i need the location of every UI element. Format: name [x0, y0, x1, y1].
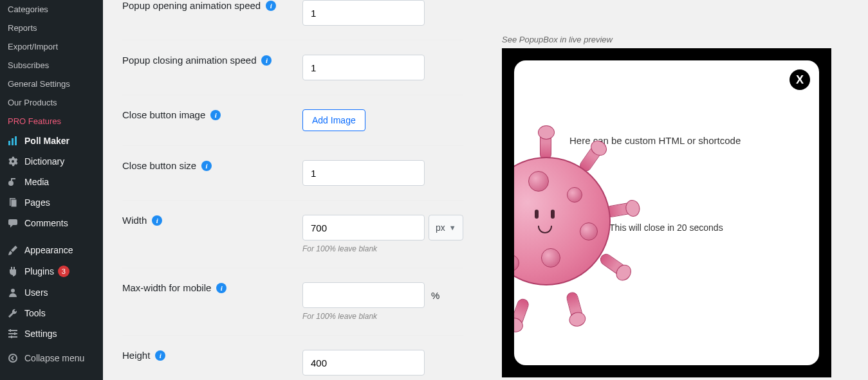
gear-icon — [6, 156, 19, 167]
background-wave-shape — [613, 159, 819, 365]
page-icon — [6, 197, 19, 208]
info-icon[interactable]: i — [210, 110, 221, 120]
maxwidth-input[interactable] — [302, 282, 425, 308]
maxwidth-help-text: For 100% leave blank — [302, 312, 463, 321]
sidebar-item-tools[interactable]: Tools — [0, 303, 103, 323]
media-icon — [6, 177, 19, 187]
svg-point-14 — [9, 354, 17, 362]
svg-rect-2 — [15, 136, 17, 145]
sidebar-item-media[interactable]: Media — [0, 172, 103, 192]
height-input[interactable] — [302, 350, 425, 375]
svg-point-3 — [8, 181, 14, 186]
open-speed-input[interactable] — [302, 0, 425, 26]
sidebar-item-general-settings[interactable]: General Settings — [0, 75, 103, 93]
sidebar-item-label: Dictionary — [24, 156, 64, 167]
open-speed-label: Popup opening animation speed — [122, 0, 261, 11]
maxwidth-label: Max-width for mobile — [122, 282, 211, 293]
sidebar-item-label: Poll Maker — [24, 136, 69, 146]
svg-rect-10 — [8, 336, 17, 338]
plugins-update-badge: 3 — [58, 266, 69, 277]
info-icon[interactable]: i — [216, 283, 226, 293]
svg-rect-5 — [11, 199, 17, 207]
info-icon[interactable]: i — [152, 215, 162, 226]
sliders-icon — [6, 329, 19, 339]
width-input[interactable] — [302, 215, 425, 240]
maxwidth-unit-label: % — [431, 290, 439, 301]
svg-rect-6 — [8, 219, 17, 225]
sidebar-item-label: Plugins — [24, 266, 54, 276]
sidebar-item-comments[interactable]: Comments — [0, 213, 103, 233]
width-unit-select[interactable]: px ▼ — [429, 215, 463, 240]
admin-sidebar: Categories Reports Export/Import Subscri… — [0, 0, 103, 380]
sidebar-item-label: Settings — [24, 329, 57, 339]
collapse-menu-button[interactable]: Collapse menu — [0, 348, 103, 368]
comment-icon — [6, 218, 19, 228]
sidebar-item-label: Comments — [24, 218, 68, 228]
sidebar-item-pages[interactable]: Pages — [0, 192, 103, 213]
svg-rect-13 — [11, 336, 12, 338]
close-image-label: Close button image — [122, 109, 205, 120]
sidebar-item-reports[interactable]: Reports — [0, 19, 103, 37]
popup-close-button[interactable]: X — [790, 69, 810, 90]
chevron-down-icon: ▼ — [449, 224, 456, 231]
sidebar-item-poll-maker[interactable]: Poll Maker — [0, 131, 103, 151]
collapse-menu-label: Collapse menu — [24, 353, 84, 363]
sidebar-item-export-import[interactable]: Export/Import — [0, 37, 103, 56]
info-icon[interactable]: i — [201, 161, 212, 171]
sidebar-submenu: Categories Reports Export/Import Subscri… — [0, 0, 103, 131]
info-icon[interactable]: i — [266, 1, 276, 11]
sidebar-item-settings[interactable]: Settings — [0, 323, 103, 344]
svg-rect-1 — [12, 138, 14, 145]
svg-rect-11 — [10, 329, 11, 332]
add-image-button[interactable]: Add Image — [302, 109, 365, 131]
close-speed-label: Popup closing animation speed — [122, 55, 256, 66]
popup-preview-backdrop: X Here can be custom HTML or shortcode T… — [502, 48, 831, 377]
sidebar-item-users[interactable]: Users — [0, 282, 103, 303]
info-icon[interactable]: i — [261, 55, 272, 66]
svg-rect-9 — [8, 333, 17, 334]
close-speed-input[interactable] — [302, 55, 425, 80]
svg-point-7 — [11, 289, 15, 293]
close-size-input[interactable] — [302, 160, 425, 186]
virus-illustration — [514, 118, 643, 324]
sidebar-item-label: Users — [24, 287, 48, 298]
settings-panel: Popup opening animation speed i Popup cl… — [103, 0, 483, 380]
info-icon[interactable]: i — [155, 350, 165, 361]
preview-caption: See PopupBox in live preview — [502, 35, 849, 44]
svg-rect-12 — [14, 332, 15, 335]
chart-bar-icon — [6, 136, 19, 146]
width-label: Width — [122, 215, 147, 226]
sidebar-item-subscribes[interactable]: Subscribes — [0, 56, 103, 75]
close-size-label: Close button size — [122, 160, 196, 171]
sidebar-item-appearance[interactable]: Appearance — [0, 240, 103, 260]
height-label: Height — [122, 350, 150, 361]
sidebar-item-label: Tools — [24, 308, 46, 318]
sidebar-item-label: Media — [24, 177, 49, 187]
collapse-icon — [6, 353, 19, 363]
brush-icon — [6, 245, 19, 255]
sidebar-item-categories[interactable]: Categories — [0, 0, 103, 19]
popup-preview: X Here can be custom HTML or shortcode T… — [514, 60, 819, 365]
sidebar-item-dictionary[interactable]: Dictionary — [0, 151, 103, 172]
wrench-icon — [6, 308, 19, 318]
sidebar-item-label: Pages — [24, 197, 50, 208]
plug-icon — [6, 266, 19, 276]
user-icon — [6, 287, 19, 298]
sidebar-item-our-products[interactable]: Our Products — [0, 93, 103, 112]
sidebar-item-label: Appearance — [24, 245, 73, 255]
sidebar-item-pro-features[interactable]: PRO Features — [0, 112, 103, 131]
preview-panel: See PopupBox in live preview X Here can … — [483, 0, 868, 380]
width-help-text: For 100% leave blank — [302, 244, 463, 253]
svg-rect-0 — [8, 141, 10, 145]
width-unit-value: px — [436, 222, 445, 233]
sidebar-item-plugins[interactable]: Plugins 3 — [0, 260, 103, 282]
